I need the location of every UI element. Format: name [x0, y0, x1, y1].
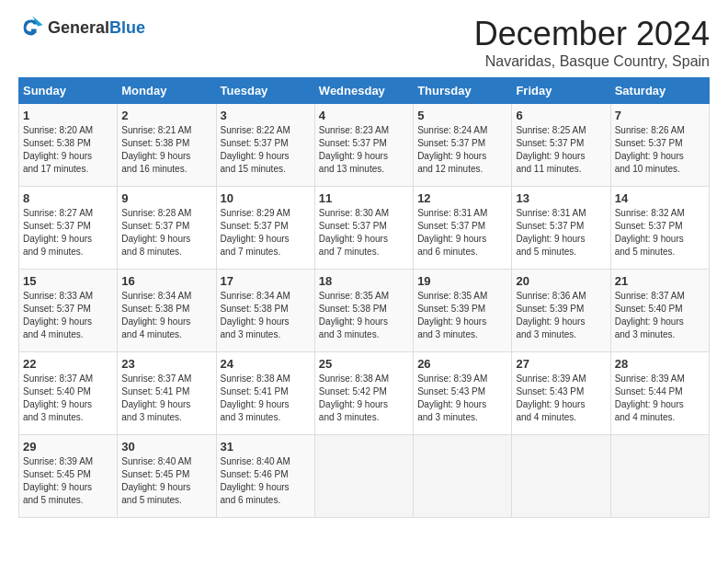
- calendar-cell: 27Sunrise: 8:39 AMSunset: 5:43 PMDayligh…: [512, 352, 610, 435]
- day-number: 28: [615, 357, 705, 371]
- cell-details: Sunrise: 8:38 AMSunset: 5:42 PMDaylight:…: [319, 373, 409, 424]
- cell-details: Sunrise: 8:37 AMSunset: 5:40 PMDaylight:…: [23, 373, 113, 424]
- cell-details: Sunrise: 8:39 AMSunset: 5:45 PMDaylight:…: [23, 455, 113, 507]
- logo-general: General: [48, 18, 109, 37]
- weekday-header-saturday: Saturday: [610, 78, 709, 104]
- calendar-cell: 16Sunrise: 8:34 AMSunset: 5:38 PMDayligh…: [118, 270, 216, 352]
- day-number: 1: [23, 109, 113, 122]
- calendar-cell: 30Sunrise: 8:40 AMSunset: 5:45 PMDayligh…: [118, 435, 216, 518]
- day-number: 19: [417, 274, 507, 288]
- calendar-cell: 3Sunrise: 8:22 AMSunset: 5:37 PMDaylight…: [216, 104, 314, 187]
- calendar-cell: 15Sunrise: 8:33 AMSunset: 5:37 PMDayligh…: [19, 270, 118, 352]
- calendar-week-4: 22Sunrise: 8:37 AMSunset: 5:40 PMDayligh…: [19, 352, 710, 435]
- calendar-cell: 20Sunrise: 8:36 AMSunset: 5:39 PMDayligh…: [512, 270, 610, 352]
- cell-details: Sunrise: 8:32 AMSunset: 5:37 PMDaylight:…: [615, 207, 705, 259]
- cell-details: Sunrise: 8:23 AMSunset: 5:37 PMDaylight:…: [319, 124, 409, 176]
- cell-details: Sunrise: 8:31 AMSunset: 5:37 PMDaylight:…: [516, 207, 606, 259]
- day-number: 10: [221, 191, 311, 205]
- cell-details: Sunrise: 8:25 AMSunset: 5:37 PMDaylight:…: [516, 124, 606, 176]
- day-number: 15: [23, 274, 113, 288]
- day-number: 11: [319, 191, 409, 205]
- cell-details: Sunrise: 8:27 AMSunset: 5:37 PMDaylight:…: [23, 207, 113, 259]
- day-number: 24: [221, 357, 311, 371]
- day-number: 17: [221, 274, 311, 288]
- cell-details: Sunrise: 8:39 AMSunset: 5:43 PMDaylight:…: [516, 373, 606, 424]
- day-number: 13: [516, 191, 606, 205]
- calendar-week-5: 29Sunrise: 8:39 AMSunset: 5:45 PMDayligh…: [19, 435, 710, 518]
- calendar-cell: 10Sunrise: 8:29 AMSunset: 5:37 PMDayligh…: [216, 187, 314, 270]
- logo-icon: [18, 15, 44, 40]
- day-number: 22: [23, 357, 113, 371]
- weekday-header-thursday: Thursday: [414, 78, 512, 104]
- cell-details: Sunrise: 8:40 AMSunset: 5:45 PMDaylight:…: [121, 455, 211, 507]
- logo: GeneralBlue: [18, 15, 145, 40]
- calendar-cell: 22Sunrise: 8:37 AMSunset: 5:40 PMDayligh…: [19, 352, 118, 435]
- day-number: 16: [121, 274, 211, 288]
- cell-details: Sunrise: 8:35 AMSunset: 5:38 PMDaylight:…: [319, 290, 409, 341]
- month-title: December 2024: [474, 15, 710, 53]
- calendar-cell: 25Sunrise: 8:38 AMSunset: 5:42 PMDayligh…: [314, 352, 413, 435]
- day-number: 8: [23, 191, 113, 205]
- calendar-cell: 9Sunrise: 8:28 AMSunset: 5:37 PMDaylight…: [118, 187, 216, 270]
- day-number: 29: [23, 440, 113, 454]
- weekday-header-wednesday: Wednesday: [314, 78, 413, 104]
- day-number: 7: [615, 109, 705, 122]
- calendar-cell: 23Sunrise: 8:37 AMSunset: 5:41 PMDayligh…: [118, 352, 216, 435]
- cell-details: Sunrise: 8:37 AMSunset: 5:40 PMDaylight:…: [615, 290, 705, 341]
- cell-details: Sunrise: 8:33 AMSunset: 5:37 PMDaylight:…: [23, 290, 113, 341]
- cell-details: Sunrise: 8:36 AMSunset: 5:39 PMDaylight:…: [516, 290, 606, 341]
- day-number: 27: [516, 357, 606, 371]
- calendar-cell: 4Sunrise: 8:23 AMSunset: 5:37 PMDaylight…: [314, 104, 413, 187]
- calendar-table: SundayMondayTuesdayWednesdayThursdayFrid…: [18, 77, 710, 518]
- calendar-cell: 14Sunrise: 8:32 AMSunset: 5:37 PMDayligh…: [610, 187, 709, 270]
- day-number: 26: [417, 357, 507, 371]
- calendar-cell: 21Sunrise: 8:37 AMSunset: 5:40 PMDayligh…: [610, 270, 709, 352]
- weekday-header-row: SundayMondayTuesdayWednesdayThursdayFrid…: [19, 78, 710, 104]
- cell-details: Sunrise: 8:34 AMSunset: 5:38 PMDaylight:…: [121, 290, 211, 341]
- calendar-week-3: 15Sunrise: 8:33 AMSunset: 5:37 PMDayligh…: [19, 270, 710, 352]
- cell-details: Sunrise: 8:31 AMSunset: 5:37 PMDaylight:…: [417, 207, 507, 259]
- calendar-cell: 13Sunrise: 8:31 AMSunset: 5:37 PMDayligh…: [512, 187, 610, 270]
- calendar-cell: 1Sunrise: 8:20 AMSunset: 5:38 PMDaylight…: [19, 104, 118, 187]
- calendar-cell: 5Sunrise: 8:24 AMSunset: 5:37 PMDaylight…: [414, 104, 512, 187]
- cell-details: Sunrise: 8:38 AMSunset: 5:41 PMDaylight:…: [221, 373, 311, 424]
- day-number: 20: [516, 274, 606, 288]
- cell-details: Sunrise: 8:21 AMSunset: 5:38 PMDaylight:…: [121, 124, 211, 176]
- day-number: 18: [319, 274, 409, 288]
- day-number: 5: [417, 109, 507, 122]
- cell-details: Sunrise: 8:26 AMSunset: 5:37 PMDaylight:…: [615, 124, 705, 176]
- calendar-week-2: 8Sunrise: 8:27 AMSunset: 5:37 PMDaylight…: [19, 187, 710, 270]
- calendar-cell: 18Sunrise: 8:35 AMSunset: 5:38 PMDayligh…: [314, 270, 413, 352]
- cell-details: Sunrise: 8:35 AMSunset: 5:39 PMDaylight:…: [417, 290, 507, 341]
- day-number: 3: [221, 109, 311, 122]
- calendar-cell: 2Sunrise: 8:21 AMSunset: 5:38 PMDaylight…: [118, 104, 216, 187]
- cell-details: Sunrise: 8:28 AMSunset: 5:37 PMDaylight:…: [121, 207, 211, 259]
- day-number: 21: [615, 274, 705, 288]
- logo-text: GeneralBlue: [48, 18, 145, 38]
- cell-details: Sunrise: 8:37 AMSunset: 5:41 PMDaylight:…: [121, 373, 211, 424]
- day-number: 9: [121, 191, 211, 205]
- cell-details: Sunrise: 8:30 AMSunset: 5:37 PMDaylight:…: [319, 207, 409, 259]
- day-number: 4: [319, 109, 409, 122]
- day-number: 31: [221, 440, 311, 454]
- weekday-header-sunday: Sunday: [19, 78, 118, 104]
- calendar-cell: 8Sunrise: 8:27 AMSunset: 5:37 PMDaylight…: [19, 187, 118, 270]
- calendar-cell: 26Sunrise: 8:39 AMSunset: 5:43 PMDayligh…: [414, 352, 512, 435]
- weekday-header-monday: Monday: [118, 78, 216, 104]
- calendar-cell: 7Sunrise: 8:26 AMSunset: 5:37 PMDaylight…: [610, 104, 709, 187]
- calendar-cell: 28Sunrise: 8:39 AMSunset: 5:44 PMDayligh…: [610, 352, 709, 435]
- day-number: 2: [121, 109, 211, 122]
- header: GeneralBlue December 2024 Navaridas, Bas…: [18, 15, 710, 70]
- weekday-header-friday: Friday: [512, 78, 610, 104]
- logo-blue: Blue: [109, 18, 145, 37]
- calendar-cell: 31Sunrise: 8:40 AMSunset: 5:46 PMDayligh…: [216, 435, 314, 518]
- day-number: 23: [121, 357, 211, 371]
- cell-details: Sunrise: 8:40 AMSunset: 5:46 PMDaylight:…: [221, 455, 311, 507]
- calendar-cell: 6Sunrise: 8:25 AMSunset: 5:37 PMDaylight…: [512, 104, 610, 187]
- day-number: 6: [516, 109, 606, 122]
- calendar-cell: 17Sunrise: 8:34 AMSunset: 5:38 PMDayligh…: [216, 270, 314, 352]
- day-number: 14: [615, 191, 705, 205]
- calendar-cell: 29Sunrise: 8:39 AMSunset: 5:45 PMDayligh…: [19, 435, 118, 518]
- calendar-cell: [414, 435, 512, 518]
- calendar-cell: 19Sunrise: 8:35 AMSunset: 5:39 PMDayligh…: [414, 270, 512, 352]
